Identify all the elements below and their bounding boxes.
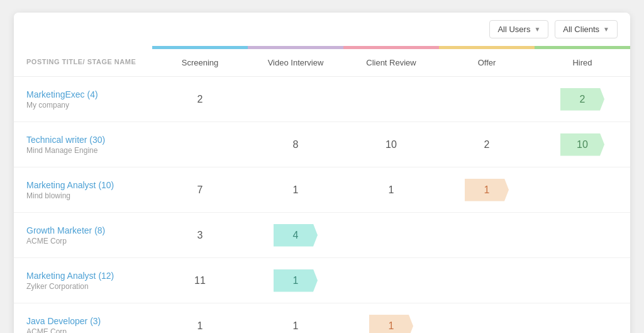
- posting-cell: Growth Marketer (8) ACME Corp: [14, 217, 152, 254]
- screening-cell: 11: [152, 275, 248, 286]
- table-row: Growth Marketer (8) ACME Corp 34: [14, 213, 630, 258]
- table-row: Technical writer (30) Mind Manage Engine…: [14, 122, 630, 167]
- screening-cell: 1: [152, 320, 248, 332]
- video-interview-header: Video Interview: [248, 55, 343, 70]
- all-users-filter[interactable]: All Users ▼: [489, 20, 548, 38]
- rows-container: MarketingExec (4) My company 22 Technica…: [14, 77, 630, 333]
- table-row: Marketing Analyst (12) Zylker Corporatio…: [14, 258, 630, 303]
- video-badge[interactable]: 1: [274, 269, 318, 292]
- posting-title[interactable]: Technical writer (30): [26, 135, 140, 145]
- client-review-bar: [343, 46, 439, 49]
- main-container: All Users ▼ All Clients ▼ POSTING TITLE/…: [14, 13, 630, 333]
- video-interview-cell: 4: [248, 224, 343, 247]
- posting-cell: Java Developer (3) ACME Corp: [14, 307, 152, 333]
- top-bar: All Users ▼ All Clients ▼: [14, 13, 630, 46]
- hired-badge[interactable]: 2: [560, 88, 604, 111]
- posting-title[interactable]: MarketingExec (4): [26, 89, 140, 99]
- hired-bar: [535, 46, 630, 49]
- posting-company: My company: [26, 101, 140, 110]
- offer-header: Offer: [439, 55, 535, 70]
- video-interview-cell: 1: [248, 320, 343, 332]
- screening-cell: 2: [152, 94, 248, 105]
- video-interview-cell: 1: [248, 269, 343, 292]
- offer-badge[interactable]: 1: [465, 179, 509, 201]
- table-row: Marketing Analyst (10) Mind blowing 7111: [14, 167, 630, 213]
- client-review-cell: 10: [343, 139, 439, 150]
- posting-title[interactable]: Java Developer (3): [26, 316, 140, 326]
- table-row: Java Developer (3) ACME Corp 111: [14, 303, 630, 333]
- all-clients-filter[interactable]: All Clients ▼: [555, 20, 618, 38]
- chevron-down-icon: ▼: [534, 26, 540, 33]
- posting-company: Mind blowing: [26, 191, 140, 200]
- video-interview-cell: 1: [248, 184, 343, 196]
- offer-cell: 2: [439, 139, 535, 150]
- client-badge[interactable]: 1: [369, 315, 413, 333]
- hired-cell: 2: [535, 88, 630, 111]
- offer-bar: [439, 46, 535, 49]
- posting-company: Mind Manage Engine: [26, 146, 140, 155]
- video-interview-cell: 8: [248, 139, 343, 150]
- chevron-down-icon: ▼: [603, 26, 609, 33]
- hired-cell: 10: [535, 133, 630, 156]
- video-badge[interactable]: 4: [274, 224, 318, 247]
- posting-cell: Marketing Analyst (12) Zylker Corporatio…: [14, 262, 152, 300]
- client-review-cell: 1: [343, 315, 439, 333]
- posting-cell: Technical writer (30) Mind Manage Engine: [14, 126, 152, 164]
- video-interview-bar: [248, 46, 343, 49]
- posting-company: ACME Corp: [26, 237, 140, 246]
- client-review-cell: 1: [343, 184, 439, 196]
- posting-cell: Marketing Analyst (10) Mind blowing: [14, 171, 152, 209]
- hired-badge[interactable]: 10: [560, 133, 604, 156]
- screening-cell: 7: [152, 184, 248, 196]
- spacer: [14, 46, 152, 49]
- posting-title[interactable]: Growth Marketer (8): [26, 225, 140, 235]
- all-users-label: All Users: [497, 25, 530, 34]
- posting-cell: MarketingExec (4) My company: [14, 81, 152, 118]
- offer-cell: 1: [439, 179, 535, 201]
- screening-cell: 3: [152, 230, 248, 241]
- posting-company: ACME Corp: [26, 327, 140, 333]
- all-clients-label: All Clients: [563, 25, 599, 34]
- posting-title[interactable]: Marketing Analyst (10): [26, 180, 140, 190]
- posting-title-header: POSTING TITLE/ STAGE NAME: [14, 55, 152, 70]
- stage-color-bars: [14, 46, 630, 49]
- screening-header: Screening: [152, 55, 248, 70]
- posting-title[interactable]: Marketing Analyst (12): [26, 271, 140, 281]
- header-row: POSTING TITLE/ STAGE NAME Screening Vide…: [14, 49, 630, 77]
- screening-bar: [152, 46, 248, 49]
- client-review-header: Client Review: [343, 55, 439, 70]
- table-row: MarketingExec (4) My company 22: [14, 77, 630, 122]
- hired-header: Hired: [535, 55, 630, 70]
- posting-company: Zylker Corporation: [26, 282, 140, 291]
